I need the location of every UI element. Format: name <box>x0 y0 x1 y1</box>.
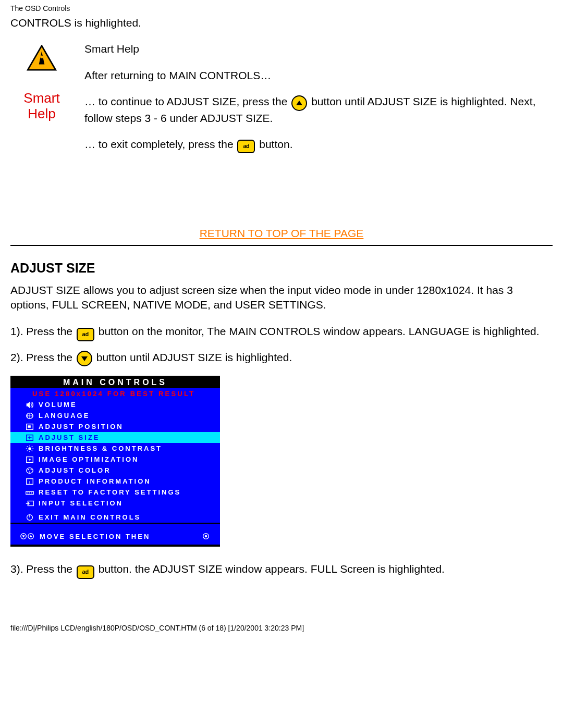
osd-item-adjust-color[interactable]: ADJUST COLOR <box>10 465 220 476</box>
divider <box>10 245 553 246</box>
osd-footer: MOVE SELECTION THEN <box>10 529 220 545</box>
position-icon <box>21 423 39 431</box>
svg-text:i: i <box>29 479 30 484</box>
intro-line: CONTROLS is highlighted. <box>10 16 553 30</box>
osd-item-product-info[interactable]: i PRODUCT INFORMATION <box>10 476 220 487</box>
step-1: 1). Press the ad button on the monitor, … <box>10 324 553 340</box>
osd-item-image-opt[interactable]: IMAGE OPTIMIZATION <box>10 454 220 465</box>
osd-item-adjust-size[interactable]: ADJUST SIZE <box>10 432 220 443</box>
svg-point-7 <box>28 447 31 450</box>
osd-item-brightness[interactable]: BRIGHTNESS & CONTRAST <box>10 443 220 454</box>
up-button-icon <box>291 94 307 111</box>
svg-line-13 <box>32 450 33 451</box>
osd-item-input-sel[interactable]: INPUT SELECTION <box>10 498 220 509</box>
warning-triangle-icon <box>27 45 57 71</box>
svg-rect-27 <box>31 492 32 493</box>
smart-p3: … to continue to ADJUST SIZE, press the … <box>84 94 553 126</box>
image-opt-icon <box>21 455 39 464</box>
smart-p2: After returning to MAIN CONTROLS… <box>84 68 553 83</box>
down-button-icon <box>77 350 92 367</box>
reset-icon <box>21 488 39 497</box>
svg-point-20 <box>31 469 32 470</box>
svg-point-21 <box>29 471 30 472</box>
svg-rect-26 <box>29 492 30 493</box>
osd-item-language[interactable]: LANGUAGE <box>10 410 220 421</box>
svg-rect-25 <box>28 492 29 493</box>
step-2: 2). Press the button until ADJUST SIZE i… <box>10 350 553 367</box>
svg-marker-32 <box>22 535 25 537</box>
step-3: 3). Press the ad button. the ADJUST SIZE… <box>10 561 553 577</box>
section-title: ADJUST SIZE <box>10 261 553 276</box>
svg-point-2 <box>40 56 43 58</box>
input-icon <box>21 499 39 508</box>
volume-icon <box>21 401 39 409</box>
svg-point-18 <box>27 467 33 473</box>
svg-line-14 <box>27 450 28 451</box>
osd-item-volume[interactable]: VOLUME <box>10 399 220 410</box>
ok-button-icon: ad <box>77 325 94 340</box>
osd-item-reset[interactable]: RESET TO FACTORY SETTINGS <box>10 487 220 498</box>
osd-item-exit[interactable]: EXIT MAIN CONTROLS <box>10 512 220 523</box>
svg-point-19 <box>28 469 29 470</box>
section-desc: ADJUST SIZE allows you to adjust screen … <box>10 283 553 313</box>
osd-title: MAIN CONTROLS <box>10 376 220 388</box>
svg-line-12 <box>27 446 28 447</box>
osd-hint: USE 1280x1024 FOR BEST RESULT <box>10 388 220 399</box>
osd-panel: MAIN CONTROLS USE 1280x1024 FOR BEST RES… <box>10 376 220 547</box>
exit-icon <box>21 513 39 522</box>
updown-icons <box>20 532 35 540</box>
page-header: The OSD Controls <box>0 0 563 16</box>
ok-button-icon: ad <box>77 562 94 578</box>
smart-p4: … to exit completely, press the ad butto… <box>84 137 553 153</box>
color-icon <box>21 466 39 475</box>
smart-p1: Smart Help <box>84 42 553 56</box>
return-top-link[interactable]: RETURN TO TOP OF THE PAGE <box>200 227 364 239</box>
info-icon: i <box>21 477 39 486</box>
smart-help-label: Smart Help <box>10 91 73 122</box>
ok-circle-icon <box>201 532 211 540</box>
page-footer: file:///D|/Philips LCD/english/180P/OSD/… <box>0 587 563 637</box>
osd-item-adjust-position[interactable]: ADJUST POSITION <box>10 421 220 432</box>
ok-button-icon: ad <box>237 137 255 153</box>
size-icon <box>21 434 39 442</box>
svg-marker-34 <box>30 535 32 537</box>
language-icon <box>21 412 39 420</box>
svg-line-15 <box>32 446 33 447</box>
svg-rect-5 <box>28 425 30 428</box>
svg-point-17 <box>29 459 31 461</box>
svg-point-36 <box>205 535 207 538</box>
brightness-icon <box>21 445 39 453</box>
